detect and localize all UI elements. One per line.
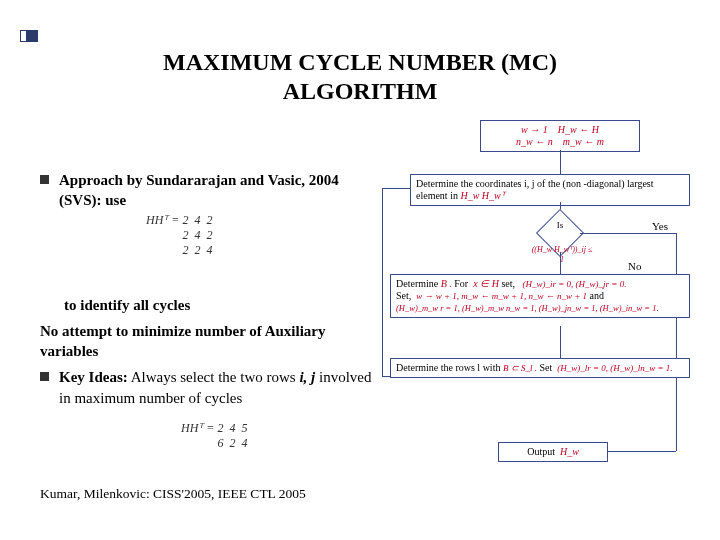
rowsl-text: Determine the rows l with bbox=[396, 362, 500, 373]
flow-arrow bbox=[580, 233, 676, 234]
output-text: Output bbox=[527, 446, 555, 457]
title-line-1: MAXIMUM CYCLE NUMBER (MC) bbox=[163, 49, 557, 75]
output-math: H_w bbox=[560, 446, 579, 457]
page-title: MAXIMUM CYCLE NUMBER (MC) ALGORITHM bbox=[0, 48, 720, 106]
matrix-2-rows: 2 4 5 6 2 4 bbox=[217, 421, 247, 451]
flow-arrow bbox=[560, 326, 561, 358]
flow-arrow bbox=[382, 188, 410, 189]
flow-arrow bbox=[560, 252, 561, 274]
flow-determine-b: Determine B . For x ∈ H set, (H_w)_ir = … bbox=[390, 274, 690, 318]
and-text: and bbox=[590, 290, 604, 301]
bullet-icon bbox=[40, 372, 49, 381]
matrix-1-rows: 2 4 2 2 4 2 2 2 4 bbox=[182, 213, 212, 258]
diamond-top: Is bbox=[535, 220, 585, 230]
flow-arrow bbox=[676, 233, 677, 451]
detb-math: B . bbox=[441, 278, 452, 289]
bullet-1-text: Approach by Sundararajan and Vasic, 2004… bbox=[59, 170, 380, 211]
set-math2: (H_w)_m_w r = 1, (H_w)_m_w n_w = 1, (H_w… bbox=[396, 303, 659, 313]
flow-rows-l: Determine the rows l with B ⊂ S_l . Set … bbox=[390, 358, 690, 378]
flow-arrow bbox=[382, 376, 390, 377]
forx-math: x ∈ H bbox=[473, 278, 499, 289]
rowsl-math: B ⊂ S_l . bbox=[503, 363, 537, 373]
bullet-3: No attempt to minimize number of Auxilia… bbox=[40, 321, 380, 362]
flow-step1: Determine the coordinates i, j of the (n… bbox=[410, 174, 690, 206]
bullet-2: to identify all cycles bbox=[64, 295, 380, 315]
matrix-1-label: HHᵀ = bbox=[146, 213, 179, 227]
matrix-1: HHᵀ = 2 4 2 2 4 2 2 2 4 bbox=[140, 198, 212, 258]
xset-text: set, bbox=[501, 278, 515, 289]
rowsl-set-math: (H_w)_lr = 0, (H_w)_ln_w = 1. bbox=[557, 363, 672, 373]
step1-math: H_w H_wᵀ bbox=[460, 190, 504, 201]
flow-arrow bbox=[382, 188, 383, 376]
bullet-3-text: No attempt to minimize number of Auxilia… bbox=[40, 321, 380, 362]
matrix-2: HHᵀ = 2 4 5 6 2 4 bbox=[175, 406, 247, 451]
yes-label: Yes bbox=[652, 220, 668, 232]
bullet-4-rest: Always select the two rows bbox=[128, 369, 300, 385]
step1-text: Determine the coordinates i, j of the (n… bbox=[416, 178, 654, 201]
no-label: No bbox=[628, 260, 641, 272]
bset-math: (H_w)_ir = 0, (H_w)_jr = 0. bbox=[523, 279, 627, 289]
bullet-4-ij: i, j bbox=[299, 369, 315, 385]
flow-arrow bbox=[560, 150, 561, 174]
init-hw: H_w ← H bbox=[558, 124, 599, 135]
rowsl-set: Set bbox=[539, 362, 552, 373]
forx-text: For bbox=[454, 278, 468, 289]
detb-text: Determine bbox=[396, 278, 438, 289]
init-w: w → 1 bbox=[521, 124, 548, 135]
bullet-2-text: to identify all cycles bbox=[64, 295, 380, 315]
matrix-2-label: HHᵀ = bbox=[181, 421, 214, 435]
flow-arrow bbox=[608, 451, 676, 452]
set-math: w → w + 1, m_w ← m_w + 1, n_w ← n_w + 1 bbox=[416, 291, 587, 301]
footer-citation: Kumar, Milenkovic: CISS'2005, IEEE CTL 2… bbox=[40, 486, 306, 502]
bullet-4-key: Key Ideas: bbox=[59, 369, 128, 385]
bullet-4: Key Ideas: Always select the two rows i,… bbox=[40, 367, 380, 408]
diamond-cond: ((H_w H_wᵀ))_ij ≤ 1 bbox=[530, 244, 594, 264]
init-mw: m_w ← m bbox=[563, 136, 604, 147]
flow-init: w → 1 H_w ← H n_w ← n m_w ← m bbox=[480, 120, 640, 152]
set-line: Set, bbox=[396, 290, 411, 301]
deco-square-fill bbox=[26, 30, 38, 42]
bullet-icon bbox=[40, 175, 49, 184]
bullet-4-text: Key Ideas: Always select the two rows i,… bbox=[59, 367, 380, 408]
init-nw: n_w ← n bbox=[516, 136, 553, 147]
title-line-2: ALGORITHM bbox=[283, 78, 438, 104]
flow-output: Output H_w bbox=[498, 442, 608, 462]
